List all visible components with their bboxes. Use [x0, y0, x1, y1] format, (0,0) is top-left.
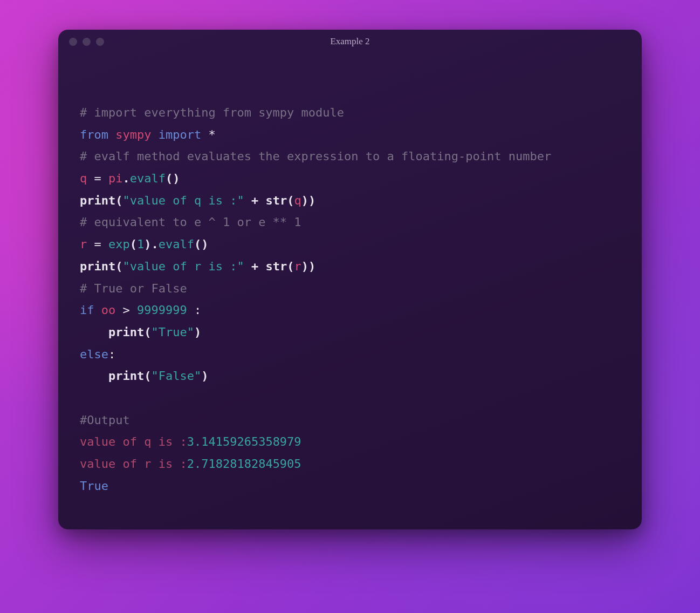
- close-icon[interactable]: [69, 38, 77, 46]
- output-comment: #Output: [80, 413, 130, 427]
- string-literal: "value of q is :": [122, 194, 244, 207]
- dot: .: [152, 237, 159, 251]
- rparen: ): [301, 260, 308, 273]
- indent: [80, 369, 108, 383]
- fn-print: print: [108, 369, 144, 383]
- string-literal: "True": [151, 325, 194, 339]
- lparen: (: [287, 194, 294, 207]
- fn-str: str: [265, 194, 287, 207]
- plus-op: +: [244, 260, 266, 273]
- rparen: ): [144, 237, 151, 251]
- rparen: ): [194, 325, 201, 339]
- method-evalf: evalf: [130, 172, 166, 185]
- assign-op: =: [87, 172, 108, 185]
- lparen: (: [115, 194, 122, 207]
- keyword-from: from: [80, 128, 108, 141]
- indent: [80, 325, 108, 339]
- variable-q: q: [80, 172, 87, 185]
- colon: :: [187, 303, 202, 317]
- minimize-icon[interactable]: [83, 38, 91, 46]
- var-ref-q: q: [294, 194, 301, 207]
- rparen: ): [308, 260, 315, 273]
- keyword-else: else: [80, 348, 108, 361]
- code-content: # import everything from sympy module fr…: [80, 102, 620, 497]
- fn-print: print: [80, 194, 115, 207]
- output-value: 2.71828182845905: [187, 457, 301, 471]
- window-title: Example 2: [58, 36, 642, 47]
- identifier-oo: oo: [101, 303, 116, 317]
- string-literal: "False": [151, 369, 201, 383]
- output-line: value of r is :: [80, 457, 187, 471]
- var-ref-r: r: [294, 260, 301, 273]
- output-line: value of q is :: [80, 435, 187, 448]
- number-literal: 9999999: [137, 303, 187, 317]
- code-editor[interactable]: # import everything from sympy module fr…: [58, 53, 642, 529]
- code-comment: # evalf method evaluates the expression …: [80, 149, 551, 163]
- module-name: sympy: [115, 128, 151, 141]
- fn-str: str: [265, 260, 287, 273]
- method-evalf: evalf: [159, 237, 194, 251]
- parens: (): [166, 172, 180, 185]
- code-comment: # equivalent to e ^ 1 or e ** 1: [80, 215, 301, 229]
- traffic-lights: [69, 38, 104, 46]
- colon: :: [108, 348, 115, 361]
- dot: .: [123, 172, 130, 185]
- keyword-import: import: [159, 128, 201, 141]
- rparen: ): [201, 369, 208, 383]
- output-bool: True: [80, 479, 108, 493]
- plus-op: +: [244, 194, 266, 207]
- output-value: 3.14159265358979: [187, 435, 301, 448]
- code-comment: # import everything from sympy module: [80, 106, 344, 119]
- maximize-icon[interactable]: [96, 38, 104, 46]
- variable-r: r: [80, 237, 87, 251]
- window-titlebar: Example 2: [58, 30, 642, 53]
- gt-op: >: [115, 303, 137, 317]
- lparen: (: [287, 260, 294, 273]
- code-comment: # True or False: [80, 282, 187, 295]
- rparen: ): [301, 194, 308, 207]
- import-star: *: [208, 128, 215, 141]
- lparen: (: [130, 237, 137, 251]
- rparen: ): [308, 194, 315, 207]
- identifier-pi: pi: [108, 172, 123, 185]
- parens: (): [194, 237, 209, 251]
- assign-op: =: [87, 237, 108, 251]
- lparen: (: [115, 260, 122, 273]
- lparen: (: [144, 369, 151, 383]
- number-literal: 1: [137, 237, 144, 251]
- fn-print: print: [80, 260, 115, 273]
- lparen: (: [144, 325, 151, 339]
- code-window: Example 2 # import everything from sympy…: [58, 30, 642, 529]
- fn-print: print: [108, 325, 144, 339]
- keyword-if: if: [80, 303, 94, 317]
- fn-exp: exp: [108, 237, 130, 251]
- string-literal: "value of r is :": [122, 260, 244, 273]
